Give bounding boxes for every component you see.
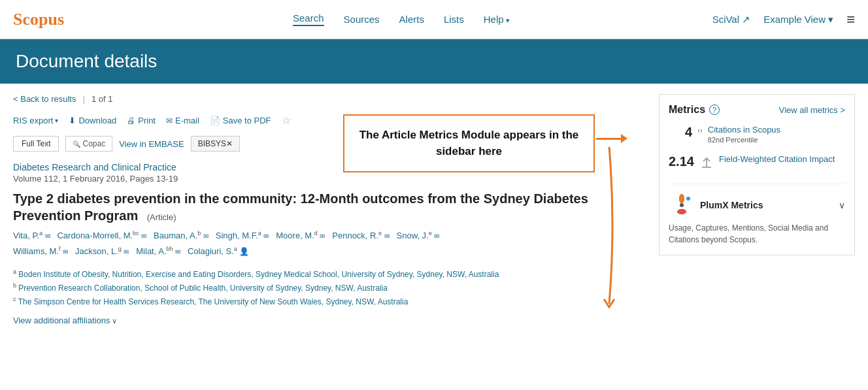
author-williams[interactable]: Williams, M. <box>13 246 59 256</box>
author-snow[interactable]: Snow, J. <box>397 231 429 240</box>
page-title: Document details <box>16 51 852 72</box>
bookmark-icon[interactable]: ☆ <box>282 114 291 127</box>
affil-simpson[interactable]: The Simpson Centre for Health Services R… <box>18 297 409 306</box>
print-icon: 🖨 <box>127 116 135 125</box>
author-bauman[interactable]: Bauman, A. <box>154 231 197 240</box>
author-milat[interactable]: Milat, A. <box>136 246 166 256</box>
author-cardona-mail[interactable]: ✉ <box>141 233 146 240</box>
nav-sources[interactable]: Sources <box>344 14 380 25</box>
email-icon: ✉ <box>166 116 173 125</box>
journal-name[interactable]: Diabetes Research and Clinical Practice <box>13 162 646 172</box>
nav-scival[interactable]: SciVal ↗ <box>712 14 751 25</box>
citations-count: 4 <box>669 125 692 140</box>
affil-prevention[interactable]: Prevention Research Collaboration, Schoo… <box>18 284 388 293</box>
volume-info: Volume 112, 1 February 2016, Pages 13-19 <box>13 174 646 184</box>
download-button[interactable]: ⬇ Download <box>69 116 116 125</box>
metrics-title: Metrics <box>669 104 705 116</box>
author-snow-mail[interactable]: ✉ <box>434 233 439 240</box>
nav-example-view[interactable]: Example View ▾ <box>763 14 833 25</box>
author-williams-mail[interactable]: ✉ <box>63 248 68 255</box>
plumx-section: PlumX Metrics ∨ Usage, Captures, Mention… <box>669 184 845 246</box>
affil-boden[interactable]: Boden Institute of Obesity, Nutrition, E… <box>18 270 499 279</box>
plumx-description: Usage, Captures, Mentions, Social Media … <box>669 222 845 246</box>
citations-row: 4 " Citations in Scopus 82nd Percentile <box>669 125 845 144</box>
sidebar: Metrics ? View all metrics > 4 " Citatio… <box>659 94 855 325</box>
author-moore[interactable]: Moore, M. <box>276 231 314 240</box>
author-pennock[interactable]: Pennock, R. <box>332 231 378 240</box>
pdf-icon: 📄 <box>210 116 220 125</box>
view-additional-affiliations[interactable]: View additional affiliations <box>13 316 117 325</box>
page-banner: Document details <box>0 39 868 84</box>
nav-help[interactable]: Help <box>484 14 510 25</box>
full-text-button[interactable]: Full Text <box>13 136 59 152</box>
plumx-collapse-icon[interactable]: ∨ <box>839 200 845 210</box>
author-jackson-mail[interactable]: ✉ <box>124 248 129 255</box>
view-all-metrics-link[interactable]: View all metrics > <box>779 105 845 115</box>
svg-point-7 <box>686 197 690 201</box>
author-vita[interactable]: Vita, P. <box>13 231 39 240</box>
author-moore-mail[interactable]: ✉ <box>320 233 325 240</box>
author-pennock-mail[interactable]: ✉ <box>384 233 390 240</box>
author-singh[interactable]: Singh, M.F. <box>216 231 258 240</box>
fwci-arrow-icon <box>699 155 714 173</box>
fwci-label[interactable]: Field-Weighted Citation Impact <box>719 154 835 165</box>
hamburger-menu[interactable]: ≡ <box>846 11 855 28</box>
citations-label[interactable]: Citations in Scopus <box>708 125 780 136</box>
author-colagiuri-person[interactable]: 👤 <box>239 247 249 256</box>
separator: | <box>82 94 84 104</box>
author-bauman-mail[interactable]: ✉ <box>203 233 209 240</box>
nav-search[interactable]: Search <box>293 12 324 26</box>
ris-chevron-icon: ▾ <box>55 117 58 124</box>
author-vita-mail[interactable]: ✉ <box>45 233 50 240</box>
copac-logo-icon: 🔍 <box>73 140 80 148</box>
save-to-pdf-button[interactable]: 📄 Save to PDF <box>210 116 271 125</box>
copac-button[interactable]: 🔍 Copac <box>65 136 112 152</box>
author-milat-mail[interactable]: ✉ <box>175 248 180 255</box>
fwci-value: 2.14 <box>669 154 694 169</box>
nav-alerts[interactable]: Alerts <box>399 14 424 25</box>
page-count: 1 of 1 <box>92 94 113 104</box>
article-type: (Article) <box>147 212 176 222</box>
metrics-panel: Metrics ? View all metrics > 4 " Citatio… <box>659 94 855 255</box>
author-singh-mail[interactable]: ✉ <box>263 233 269 240</box>
back-to-results[interactable]: Back to results <box>13 94 76 104</box>
author-cardona[interactable]: Cardona-Morrell, M. <box>57 231 133 240</box>
fwci-row: 2.14 Field-Weighted Citation Impact <box>669 154 845 173</box>
author-colagiuri[interactable]: Colagiuri, S. <box>188 246 234 256</box>
bibsys-button[interactable]: BIBSYS✕ <box>191 136 240 152</box>
quote-icon: " <box>697 126 703 143</box>
svg-point-5 <box>679 194 684 203</box>
svg-point-2 <box>680 203 684 207</box>
email-button[interactable]: ✉ E-mail <box>166 116 199 125</box>
view-in-embase-button[interactable]: View in EMBASE <box>119 139 184 149</box>
plumx-icon <box>669 192 695 218</box>
author-jackson[interactable]: Jackson, L. <box>75 246 118 256</box>
logo[interactable]: Scopus <box>13 10 64 29</box>
metrics-help-icon[interactable]: ? <box>709 105 720 115</box>
citations-percentile: 82nd Percentile <box>708 136 780 144</box>
download-icon: ⬇ <box>69 116 76 125</box>
ris-export-button[interactable]: RIS export ▾ <box>13 116 58 125</box>
svg-point-6 <box>677 209 686 214</box>
affiliations-section: a Boden Institute of Obesity, Nutrition,… <box>13 267 646 309</box>
plumx-label: PlumX Metrics <box>700 200 763 210</box>
nav-lists[interactable]: Lists <box>444 14 464 25</box>
authors-section: Vita, P.a ✉ Cardona-Morrell, M.bc ✉ Baum… <box>13 228 646 259</box>
article-title: Type 2 diabetes prevention in the commun… <box>13 190 646 224</box>
print-button[interactable]: 🖨 Print <box>127 116 156 125</box>
